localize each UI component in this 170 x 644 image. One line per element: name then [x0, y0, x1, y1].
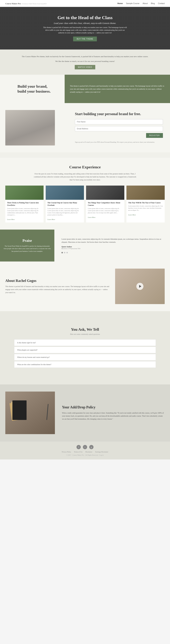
social-icons: f i g	[3, 445, 167, 449]
course-card-2: The Crucial Step in Courses that Many Ov…	[46, 186, 84, 222]
faq-section: You Ask, We Tell Here are some commonly …	[0, 320, 170, 376]
footer-links: Privacy Policy Terms of Use Disclaimer E…	[3, 451, 167, 453]
brand-left: Build your brand, build your business.	[0, 75, 65, 103]
nav-logo: Course Maker Pro A Genesis Child Theme f…	[5, 2, 47, 5]
footer-earnings[interactable]: Earnings Disclaimer	[95, 451, 108, 453]
quote-attribution: Quote Author Business or Professional Ti…	[61, 246, 163, 250]
praise-right: Lorem ipsum dolor sit amet, consectetur …	[54, 230, 170, 262]
footer: f i g Privacy Policy Terms of Use Discla…	[0, 441, 170, 460]
first-name-input[interactable]	[75, 119, 163, 124]
course-exp-heading: Course Experience	[5, 165, 165, 170]
brand-right: This theme is packed full of features an…	[65, 75, 170, 103]
play-button[interactable]	[136, 283, 144, 290]
register-button[interactable]: REGISTER	[146, 133, 163, 138]
nav-links: Home Sample Course About Blog Contact	[117, 2, 165, 4]
faq-heading: You Ask, We Tell	[14, 327, 156, 332]
praise-quote: Lorem ipsum dolor sit amet, consectetur …	[61, 238, 163, 244]
praise-left-desc: The Social Proof Slider by brandXO is pe…	[3, 245, 51, 252]
footer-disclaimer[interactable]: Disclaimer	[85, 451, 92, 453]
card-4-body: Lorem ipsum dolor sit amet, consectetur …	[128, 205, 163, 212]
course-card-3: Ten Things Your Competitors Know About C…	[86, 186, 124, 222]
intro-section: The Course Maker Pro theme, built exclus…	[0, 50, 170, 75]
faq-item-1[interactable]: Is this theme right for me?	[14, 340, 156, 346]
nav-blog[interactable]: Blog	[151, 2, 155, 4]
brand-heading: Build your brand, build your business.	[17, 84, 51, 94]
course-experience-section: Course Experience Over the past six year…	[0, 158, 170, 230]
course-cards: Three Tricks to Putting Your Courses int…	[5, 186, 165, 222]
card-4-image	[126, 186, 165, 200]
navigation: Course Maker Pro A Genesis Child Theme f…	[0, 0, 170, 7]
footer-terms[interactable]: Terms of Use	[74, 451, 83, 453]
card-1-body: Lorem ipsum dolor sit amet, consectetur …	[7, 208, 42, 216]
guarantee-section: Your Add/Drop Policy Write a really soli…	[0, 384, 170, 441]
course-card-1: Three Tricks to Putting Your Courses int…	[5, 186, 44, 222]
spacer-2	[0, 311, 170, 320]
guarantee-heading: Your Add/Drop Policy	[62, 405, 165, 409]
card-1-link[interactable]: Learn More	[7, 218, 15, 220]
card-2-link[interactable]: Learn More	[47, 218, 55, 220]
dot-3[interactable]	[66, 252, 68, 253]
card-3-link[interactable]: Learn More	[88, 216, 95, 218]
form-content: Start building your personal brand for f…	[71, 108, 170, 147]
form-note: Sign up and we'll email you a free PDF a…	[75, 141, 163, 144]
about-section: About Rachel Gogos This theme is packed …	[0, 262, 170, 311]
form-image-area	[0, 110, 71, 146]
spacer-3	[0, 376, 170, 384]
card-4-title: This Year Will Be The Year of Your Cours…	[128, 202, 163, 204]
faq-subtitle: Here are some commonly asked questions	[14, 333, 156, 335]
guarantee-body: Write a really solid guarantee for your …	[62, 412, 165, 420]
about-body: This theme is packed full of features an…	[5, 285, 110, 294]
card-1-image	[5, 186, 44, 200]
intro-text-2: We like the theme so much, we use it for…	[14, 60, 156, 63]
faq-item-4[interactable]: What are the color combinations for this…	[14, 361, 156, 368]
dot-2[interactable]	[64, 252, 65, 253]
faq-item-3[interactable]: Where do my lessons and course material …	[14, 354, 156, 360]
praise-section: Praise The Social Proof Slider by brandX…	[0, 230, 170, 262]
watch-video-button[interactable]: WATCH VIDEO	[75, 65, 95, 69]
about-heading: About Rachel Gogos	[5, 279, 110, 283]
hero-section: Get to the Head of the Class Lead your c…	[0, 7, 170, 50]
praise-heading: Praise	[22, 238, 32, 243]
form-heading: Start building your personal brand for f…	[75, 112, 163, 116]
quote-author-title: Business or Professional Title	[61, 248, 163, 250]
card-2-image	[46, 186, 84, 200]
quote-author: Quote Author	[61, 246, 163, 248]
play-triangle-icon	[139, 285, 141, 288]
form-section: Start building your personal brand for f…	[0, 103, 170, 152]
social-facebook-icon[interactable]: f	[76, 445, 81, 449]
hero-subtitle: Lead your class with this clear, vibrant…	[42, 22, 128, 25]
card-1-title: Three Tricks to Putting Your Courses int…	[7, 202, 42, 206]
card-4-link[interactable]: Learn More	[128, 214, 136, 216]
nav-home[interactable]: Home	[117, 2, 123, 4]
card-2-body: Lorem ipsum dolor sit amet, consectetur …	[47, 208, 82, 216]
card-2-title: The Crucial Step in Courses that Many Ov…	[47, 202, 82, 206]
buy-theme-button[interactable]: BUY THE THEME	[73, 36, 97, 41]
nav-contact[interactable]: Contact	[158, 2, 165, 4]
social-google-icon[interactable]: g	[89, 445, 94, 449]
notebook-3	[12, 400, 26, 420]
course-card-4: This Year Will Be The Year of Your Cours…	[126, 186, 165, 222]
footer-copyright: © 2017 · Course Maker Pro · All Rights R…	[3, 454, 167, 456]
email-input[interactable]	[75, 126, 163, 131]
hero-title: Get to the Head of the Class	[42, 15, 128, 20]
brand-section: Build your brand, build your business. T…	[0, 75, 170, 103]
about-text: About Rachel Gogos This theme is packed …	[5, 279, 110, 294]
hero-description: This theme is packed full of features an…	[42, 26, 128, 34]
about-image	[115, 268, 165, 304]
card-3-image	[86, 186, 124, 200]
course-exp-intro: Over the past six years I've been readin…	[34, 172, 136, 181]
praise-left: Praise The Social Proof Slider by brandX…	[0, 230, 54, 262]
brand-description: This theme is packed full of features an…	[70, 84, 165, 94]
pen	[46, 404, 48, 420]
intro-text-1: The Course Maker Pro theme, built exclus…	[14, 55, 156, 58]
footer-privacy[interactable]: Privacy Policy	[62, 451, 71, 453]
spacer-1	[0, 152, 170, 158]
nav-about[interactable]: About	[143, 2, 148, 4]
dot-1[interactable]	[61, 252, 63, 253]
card-3-body: Lorem ipsum dolor sit amet, consectetur …	[88, 208, 123, 214]
testimonial-dots	[61, 252, 163, 253]
guarantee-image	[5, 392, 55, 434]
nav-sample-course[interactable]: Sample Course	[126, 2, 139, 4]
social-instagram-icon[interactable]: i	[83, 445, 87, 449]
faq-item-2[interactable]: What plugins are supported?	[14, 347, 156, 353]
